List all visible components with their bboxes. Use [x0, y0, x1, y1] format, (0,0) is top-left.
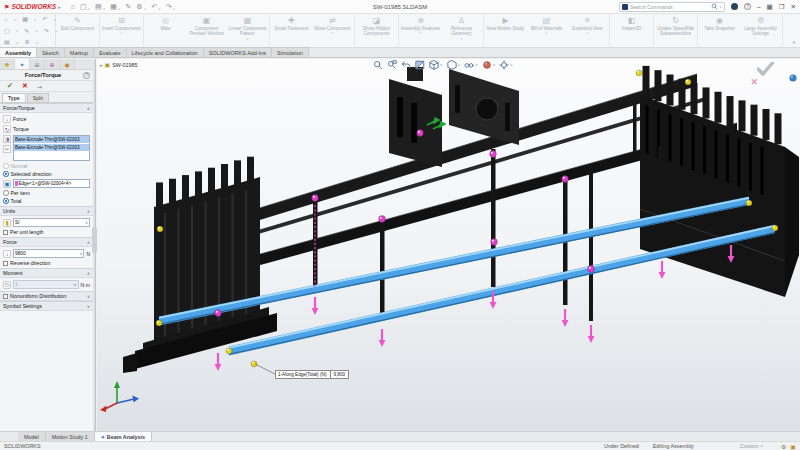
- redo-button[interactable]: ↷∨: [166, 3, 175, 11]
- menu-expand-arrow-icon[interactable]: ▸: [58, 4, 61, 10]
- toolbar-icon[interactable]: ▢: [4, 28, 10, 34]
- dropdown-icon[interactable]: ∨: [493, 63, 496, 67]
- checkbox-icon[interactable]: [3, 261, 8, 266]
- show-hidden-components-button[interactable]: ◪Show Hidden Components: [356, 15, 397, 46]
- panel-splitter[interactable]: [93, 59, 96, 431]
- take-snapshot-button[interactable]: ◉Take Snapshot: [699, 15, 740, 46]
- search-input[interactable]: Search Commands ∨: [619, 2, 725, 12]
- dropdown-icon[interactable]: ∨: [475, 63, 478, 67]
- panel-tab-property-manager[interactable]: ✦: [15, 59, 30, 69]
- radio-icon[interactable]: [3, 171, 9, 177]
- section-header-force[interactable]: Force ∧: [0, 237, 93, 247]
- radio-icon[interactable]: [3, 198, 9, 204]
- options-button[interactable]: ⚙∨: [136, 3, 146, 11]
- undo-button[interactable]: ↶∨: [151, 3, 160, 11]
- force-point-sphere[interactable]: [379, 216, 386, 223]
- joint-sphere[interactable]: [685, 79, 691, 85]
- joint-sphere[interactable]: [157, 226, 163, 232]
- document-tab-beam-analysis[interactable]: ✦Beam Analysis: [95, 432, 152, 441]
- task-pane-tab-icon[interactable]: [789, 68, 797, 86]
- move-component-button[interactable]: ⇄Move Component∨: [312, 15, 353, 46]
- toolbar-icon[interactable]: ✎: [24, 28, 29, 34]
- dropdown-icon[interactable]: ∨: [440, 63, 443, 67]
- dropdown-icon[interactable]: ∨: [460, 38, 463, 42]
- panel-tab-configuration-manager[interactable]: ⊞: [30, 59, 45, 69]
- dropdown-icon[interactable]: ∨: [545, 32, 548, 36]
- status-view-mode[interactable]: Custom ∨: [740, 443, 763, 449]
- section-header-force-torque[interactable]: Force/Torque ∧: [0, 103, 93, 113]
- close-button[interactable]: ✕: [791, 3, 796, 11]
- radio-total[interactable]: Total: [3, 198, 90, 204]
- app-logo[interactable]: ⚑ SOLIDWORKS ▸: [4, 3, 61, 10]
- unit-system-select[interactable]: SI ∨: [13, 218, 90, 227]
- force-option[interactable]: ↓ Force: [3, 115, 90, 123]
- collapse-chevron-icon[interactable]: ∧: [87, 271, 90, 276]
- graphics-viewport[interactable]: ▸ ▣ SW-01985 ∨∨∨∨∨ ✕: [97, 59, 800, 431]
- toolbar-icon[interactable]: ⌂: [4, 16, 8, 22]
- collapse-chevron-icon[interactable]: ∧: [87, 209, 90, 214]
- collapse-toolbar-icon[interactable]: ∧: [788, 14, 800, 47]
- reverse-direction-checkbox[interactable]: Reverse direction: [3, 260, 90, 266]
- checkbox-icon[interactable]: [3, 230, 8, 235]
- per-unit-length-checkbox[interactable]: Per unit length: [3, 229, 90, 235]
- joint-sphere[interactable]: [636, 70, 642, 76]
- previous-view-button[interactable]: [401, 60, 411, 70]
- section-header-units[interactable]: Units ∧: [0, 206, 93, 216]
- view-orientation-button[interactable]: ∨: [429, 60, 443, 70]
- joint-sphere[interactable]: [772, 225, 778, 231]
- selection-item[interactable]: Base-Extrude-Thin@SW-02003: [14, 144, 89, 151]
- checkbox-icon[interactable]: [3, 294, 8, 299]
- search-dropdown-icon[interactable]: ∨: [719, 5, 722, 9]
- section-view-button[interactable]: [415, 60, 425, 70]
- panel-tab-display-manager[interactable]: ◉: [60, 59, 75, 69]
- open-document-button[interactable]: ▤∨: [95, 3, 105, 11]
- tab-sketch[interactable]: Sketch: [37, 47, 65, 57]
- edit-component-button[interactable]: ✎Edit Component: [57, 15, 98, 46]
- toolbar-icon[interactable]: ▦: [22, 16, 28, 22]
- hide-show-items-button[interactable]: ∨: [464, 60, 478, 70]
- collapse-chevron-icon[interactable]: ∧: [87, 240, 90, 245]
- selection-listbox[interactable]: Base-Extrude-Thin@SW-02003Base-Extrude-T…: [13, 135, 90, 161]
- toolbar-icon[interactable]: ↷: [44, 28, 49, 34]
- dropdown-icon[interactable]: ∨: [158, 7, 161, 11]
- large-assembly-settings-button[interactable]: ⚙Large Assembly Settings: [740, 15, 781, 46]
- symbol-settings-header[interactable]: Symbol Settings ∨: [0, 301, 93, 311]
- panel-tab-dimxpert-manager[interactable]: ⊕: [45, 59, 60, 69]
- exploded-view-button[interactable]: ✳Exploded View∨: [567, 15, 608, 46]
- dropdown-icon[interactable]: ∨: [586, 32, 589, 36]
- dropdown-icon[interactable]: ∨: [510, 63, 513, 67]
- expand-tree-icon[interactable]: ▸: [100, 62, 103, 68]
- restore-button[interactable]: ❐: [779, 3, 785, 11]
- face-selector-icon[interactable]: ◨: [3, 135, 11, 143]
- instant3d-button[interactable]: ◧Instant3D: [611, 15, 652, 46]
- cancel-button[interactable]: ✕: [22, 82, 28, 90]
- document-tab-motion-study-1[interactable]: Motion Study 1: [46, 432, 95, 441]
- tab-markup[interactable]: Markup: [65, 47, 94, 57]
- nonuniform-distribution-header[interactable]: Nonuniform Distribution ∨: [0, 291, 93, 301]
- panel-tab-feature-manager-tree[interactable]: ❖: [0, 59, 15, 69]
- split-selector-icon[interactable]: ✂: [3, 145, 11, 153]
- assembly-features-button[interactable]: ⊕Assembly Features∨: [400, 15, 441, 46]
- dropdown-icon[interactable]: ∨: [103, 7, 106, 11]
- expand-chevron-icon[interactable]: ∨: [87, 294, 90, 299]
- collapse-chevron-icon[interactable]: ∧: [87, 106, 90, 111]
- zoom-area-button[interactable]: [387, 60, 397, 70]
- dropdown-icon[interactable]: ∨: [246, 38, 249, 42]
- dropdown-icon[interactable]: ∨: [173, 7, 176, 11]
- minimize-button[interactable]: –: [757, 3, 761, 10]
- document-tab-model[interactable]: Model: [18, 432, 46, 441]
- tab-type[interactable]: Type: [2, 93, 26, 102]
- dropdown-icon[interactable]: ∨: [88, 7, 91, 11]
- reference-geometry-button[interactable]: ∆Reference Geometry∨: [441, 15, 482, 46]
- force-point-sphere[interactable]: [588, 266, 595, 273]
- confirmation-corner-ok[interactable]: [757, 62, 774, 80]
- joint-sphere[interactable]: [226, 348, 232, 354]
- help-icon[interactable]: ?: [83, 72, 90, 79]
- confirmation-corner-cancel[interactable]: ✕: [750, 78, 758, 87]
- mate-button[interactable]: ◎Mate: [145, 15, 186, 46]
- joint-sphere[interactable]: [156, 320, 162, 326]
- help-button[interactable]: ?: [744, 3, 751, 10]
- toolbar-icon[interactable]: ↶: [42, 16, 47, 22]
- attach-button[interactable]: ✎: [125, 3, 131, 11]
- model-scene[interactable]: [97, 59, 800, 431]
